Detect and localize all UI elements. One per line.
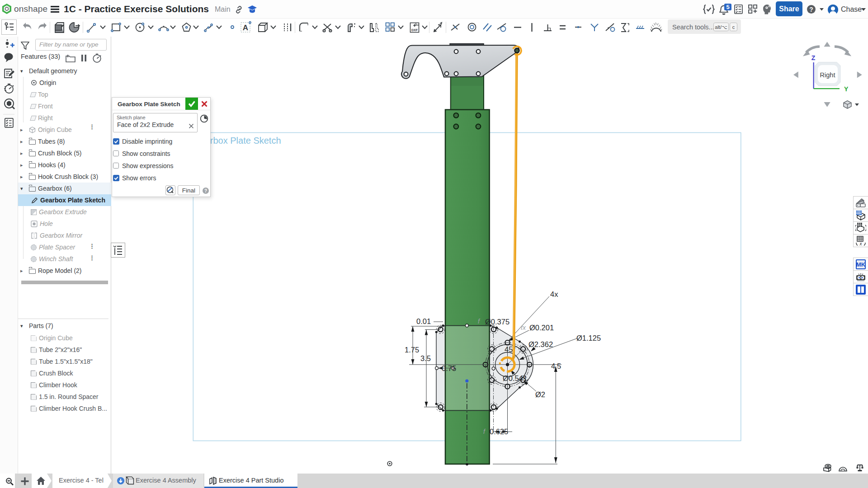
svg-text:0.625: 0.625: [490, 427, 508, 436]
svg-text:3.5: 3.5: [420, 354, 431, 362]
svg-text:Ø0.375: Ø0.375: [485, 318, 509, 326]
svg-text:x: x: [859, 241, 863, 246]
svg-text:Y: Y: [844, 85, 849, 93]
svg-text:0.01: 0.01: [416, 317, 431, 325]
svg-text:Ø0.541: Ø0.541: [503, 374, 527, 382]
svg-text:Z: Z: [811, 54, 816, 61]
svg-text:?: ?: [204, 188, 207, 193]
svg-text:Ø1.125: Ø1.125: [576, 334, 601, 342]
svg-text:5: 5: [557, 362, 561, 370]
svg-text:c: c: [732, 24, 735, 30]
svg-text:?: ?: [809, 6, 813, 13]
svg-text:4: 4: [551, 362, 555, 370]
svg-text:Ø0.201: Ø0.201: [529, 324, 554, 332]
svg-text:5: 5: [726, 4, 729, 10]
svg-text:Search tools...: Search tools...: [672, 23, 714, 31]
svg-text:DXF: DXF: [411, 28, 418, 32]
svg-text:1.75: 1.75: [405, 346, 419, 354]
svg-text:fx: fx: [521, 324, 526, 331]
svg-text:A: A: [243, 23, 248, 32]
svg-text:Ø2: Ø2: [535, 390, 545, 399]
svg-text:Ø2.362: Ø2.362: [528, 340, 553, 348]
svg-text:MK: MK: [856, 261, 866, 268]
svg-text:Right: Right: [820, 71, 835, 79]
svg-text:4x: 4x: [550, 290, 558, 298]
svg-text:alt/⌥: alt/⌥: [715, 24, 727, 30]
svg-text:0.75: 0.75: [442, 364, 456, 372]
